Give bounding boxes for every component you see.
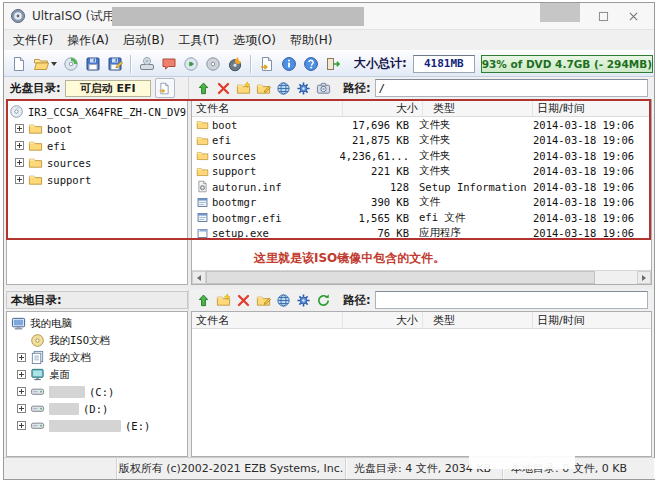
header-date[interactable]: 日期/时间: [533, 100, 651, 116]
disc-tree-item[interactable]: sources: [9, 154, 185, 171]
info-button[interactable]: [278, 53, 300, 74]
expand-icon[interactable]: [15, 141, 24, 150]
expand-icon[interactable]: [15, 158, 24, 167]
open-folder-button[interactable]: [30, 53, 60, 74]
exit-button[interactable]: [322, 53, 344, 74]
tree-label: 我的电脑: [30, 317, 72, 331]
local-tree-item[interactable]: (D:): [9, 400, 185, 417]
rename-folder-button[interactable]: [253, 291, 273, 310]
header-filename[interactable]: 文件名: [192, 312, 343, 328]
rename-folder-button[interactable]: [253, 79, 273, 98]
setup-info-icon: [196, 180, 209, 193]
expand-icon[interactable]: [17, 387, 26, 396]
horizontal-scrollbar[interactable]: [192, 270, 651, 284]
disc-path-field[interactable]: /: [375, 79, 648, 97]
disc-directory-bar: 光盘目录: 可启动 EFI 路径: /: [4, 77, 654, 99]
header-date[interactable]: 日期/时间: [533, 312, 651, 328]
disc-green-button[interactable]: [60, 53, 82, 74]
expand-icon[interactable]: [17, 353, 26, 362]
help-button[interactable]: [300, 53, 322, 74]
scroll-right-icon[interactable]: [637, 271, 651, 284]
file-row[interactable]: bootmgr.efi 1,565 KB efi 文件 2014-03-18 1…: [192, 210, 651, 226]
menu-item[interactable]: 操作(A): [60, 30, 116, 51]
local-path-field[interactable]: [375, 291, 648, 309]
disc-tree-root[interactable]: IR3_CCSA_X64FRE_ZH-CN_DV9: [9, 103, 185, 120]
file-row[interactable]: autorun.inf 128 Setup Information 2014-0…: [192, 179, 651, 195]
floppy-button[interactable]: [82, 53, 104, 74]
tree-label: 我的ISO文档: [49, 334, 110, 348]
folder-icon: [196, 118, 209, 131]
header-type[interactable]: 类型: [423, 100, 533, 116]
new-file-icon: [11, 56, 27, 72]
close-button[interactable]: [618, 5, 648, 27]
header-type[interactable]: 类型: [423, 312, 533, 328]
boot-type-field[interactable]: 可启动 EFI: [65, 80, 151, 97]
disc-directory-label: 光盘目录:: [6, 81, 61, 96]
new-folder-icon: [236, 81, 251, 96]
header-size[interactable]: 大小: [343, 312, 423, 328]
menu-item[interactable]: 选项(O): [226, 30, 283, 51]
file-row[interactable]: boot 17,696 KB 文件夹 2014-03-18 19:06: [192, 117, 651, 133]
expand-icon[interactable]: [17, 421, 26, 430]
floppy-icon: [85, 56, 101, 72]
menu-item[interactable]: 文件(F): [6, 30, 60, 51]
desktop-icon: [30, 367, 45, 382]
refresh-button[interactable]: [313, 291, 333, 310]
chat-bubble-button[interactable]: [158, 53, 180, 74]
file-row[interactable]: efi 21,875 KB 文件夹 2014-03-18 19:06: [192, 133, 651, 149]
edit-boot-button[interactable]: [155, 78, 175, 98]
extract-globe-button[interactable]: [273, 79, 293, 98]
file-row[interactable]: setup.exe 76 KB 应用程序 2014-03-18 19:06: [192, 226, 651, 242]
delete-button[interactable]: [213, 79, 233, 98]
doc-export-button[interactable]: [256, 53, 278, 74]
new-folder-icon: [216, 293, 231, 308]
up-level-button[interactable]: [193, 79, 213, 98]
file-row[interactable]: sources 4,236,61... 文件夹 2014-03-18 19:06: [192, 148, 651, 164]
local-tree-item[interactable]: 桌面: [9, 366, 185, 383]
up-level-icon: [196, 81, 211, 96]
scroll-left-icon[interactable]: [192, 271, 206, 284]
local-tree-item[interactable]: 我的ISO文档: [9, 332, 185, 349]
menu-item[interactable]: 启动(B): [116, 30, 172, 51]
menu-item[interactable]: 帮助(H): [283, 30, 339, 51]
header-filename[interactable]: 文件名: [192, 100, 343, 116]
floppy-edit-icon: [107, 56, 123, 72]
properties-gear-button[interactable]: [293, 79, 313, 98]
capacity-indicator: 93% of DVD 4.7GB (- 294MB): [481, 55, 653, 73]
computer-icon: [11, 316, 26, 331]
delete-button[interactable]: [233, 291, 253, 310]
new-folder-button[interactable]: [213, 291, 233, 310]
header-size[interactable]: 大小: [343, 100, 423, 116]
expand-icon[interactable]: [15, 175, 24, 184]
disc-tree-item[interactable]: boot: [9, 120, 185, 137]
disc-burn-button[interactable]: [224, 53, 246, 74]
disc-gray-button[interactable]: [202, 53, 224, 74]
mount-button[interactable]: [136, 53, 158, 74]
expand-icon[interactable]: [17, 404, 26, 413]
local-tree-item[interactable]: 我的电脑: [9, 315, 185, 332]
new-folder-button[interactable]: [233, 79, 253, 98]
main-toolbar: 大小总计: 4181MB 93% of DVD 4.7GB (- 294MB): [4, 50, 654, 77]
properties-gear-button[interactable]: [293, 291, 313, 310]
file-row[interactable]: support 221 KB 文件夹 2014-03-18 19:06: [192, 164, 651, 180]
local-tree-item[interactable]: 我的文档: [9, 349, 185, 366]
disc-tree-item[interactable]: support: [9, 171, 185, 188]
view-camera-button[interactable]: [313, 79, 333, 98]
up-level-button[interactable]: [193, 291, 213, 310]
scrollbar-thumb[interactable]: [206, 271, 595, 284]
floppy-edit-button[interactable]: [104, 53, 126, 74]
menu-item[interactable]: 工具(T): [171, 30, 226, 51]
expand-icon[interactable]: [17, 370, 26, 379]
expand-icon[interactable]: [15, 124, 24, 133]
extract-globe-button[interactable]: [273, 291, 293, 310]
file-row[interactable]: bootmgr 390 KB 文件 2014-03-18 19:06: [192, 195, 651, 211]
disc-tree-item[interactable]: efi: [9, 137, 185, 154]
new-file-button[interactable]: [8, 53, 30, 74]
title-bar: UltraISO (试用版): [4, 3, 654, 30]
maximize-icon: [597, 10, 610, 23]
maximize-button[interactable]: [588, 5, 618, 27]
tree-label: (E:): [125, 420, 150, 432]
disc-play-button[interactable]: [180, 53, 202, 74]
local-tree-item[interactable]: (E:): [9, 417, 185, 434]
local-tree-item[interactable]: (C:): [9, 383, 185, 400]
